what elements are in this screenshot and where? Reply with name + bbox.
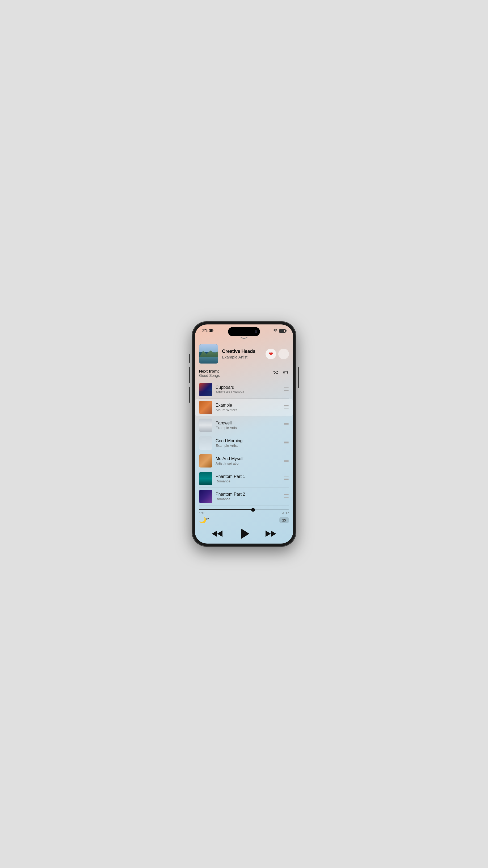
track-name: Good Morning: [216, 438, 281, 443]
track-art-farewell: [199, 418, 213, 432]
battery-icon: [279, 329, 286, 333]
track-art-example: [199, 401, 213, 414]
more-options-button[interactable]: ···: [278, 349, 289, 359]
track-artist: Artists As Example: [216, 390, 281, 394]
playback-controls: [199, 524, 289, 543]
playback-speed-button[interactable]: 1x: [279, 517, 289, 523]
track-art-phantom1: [199, 472, 213, 485]
svg-marker-24: [265, 530, 271, 537]
track-name: Cupboard: [216, 385, 281, 390]
track-artist: Artist Inspiration: [216, 461, 281, 465]
rewind-button[interactable]: [211, 529, 223, 538]
progress-times: 1:10 -1:17: [199, 512, 289, 515]
now-playing-artist: Example Artist: [222, 355, 262, 359]
track-item[interactable]: Me And Myself Artist Inspiration: [199, 452, 289, 470]
heart-icon: ❤: [269, 351, 273, 357]
bottom-toolbar: [199, 543, 289, 544]
track-art-goodmorning: [199, 436, 213, 450]
dynamic-island: [228, 327, 260, 336]
track-art-phantom2: [199, 490, 213, 503]
phone-screen: 21:09 ····: [195, 324, 293, 544]
svg-marker-21: [212, 530, 217, 537]
side-button-volume-up[interactable]: [189, 367, 190, 383]
next-from-playlist: Good Songs: [199, 373, 220, 378]
progress-bar[interactable]: [199, 509, 289, 510]
track-name: Me And Myself: [216, 456, 281, 461]
track-info: Phantom Part 2 Romance: [216, 492, 281, 501]
sleep-timer-button[interactable]: 🌙zz: [199, 517, 209, 524]
track-item-highlighted[interactable]: Example Album Writers: [195, 399, 293, 416]
signal-dots-icon: ····: [267, 330, 272, 332]
current-time: 1:10: [199, 512, 205, 515]
track-artist: Example Artist: [216, 443, 281, 447]
island-camera: [255, 330, 257, 333]
progress-section: 1:10 -1:17: [199, 505, 289, 516]
play-button[interactable]: [237, 527, 251, 540]
track-info: Example Album Writers: [216, 403, 281, 412]
drag-handle-icon[interactable]: [284, 387, 289, 392]
progress-thumb[interactable]: [251, 508, 255, 512]
main-content: Creative Heads Example Artist ❤ ··· Next…: [195, 342, 293, 544]
track-info: Cupboard Artists As Example: [216, 385, 281, 394]
track-item[interactable]: Good Morning Example Artist: [199, 434, 289, 452]
svg-marker-23: [241, 528, 249, 539]
drag-handle-icon[interactable]: [284, 423, 289, 428]
drag-handle-icon[interactable]: [284, 458, 289, 464]
track-info: Phantom Part 1 Romance: [216, 474, 281, 483]
now-playing-actions: ❤ ···: [265, 349, 289, 359]
shuffle-button[interactable]: [272, 370, 279, 376]
ellipsis-icon: ···: [282, 351, 285, 356]
progress-fill: [199, 509, 253, 510]
next-from-section: Next from: Good Songs: [199, 367, 289, 381]
middle-controls: 🌙zz 1x: [199, 516, 289, 524]
status-time: 21:09: [202, 328, 214, 334]
repeat-button[interactable]: [283, 370, 289, 376]
track-item[interactable]: Phantom Part 2 Romance: [199, 488, 289, 505]
moon-sleep-icon: 🌙zz: [199, 517, 209, 524]
svg-marker-25: [271, 530, 276, 537]
drag-handle-icon[interactable]: [284, 405, 289, 410]
wifi-icon: [273, 329, 278, 333]
side-button-power[interactable]: [298, 367, 299, 388]
track-item[interactable]: Phantom Part 1 Romance: [199, 470, 289, 488]
now-playing-info: Creative Heads Example Artist: [222, 349, 262, 359]
track-info: Me And Myself Artist Inspiration: [216, 456, 281, 465]
track-item[interactable]: Cupboard Artists As Example: [199, 381, 289, 399]
now-playing-album-art[interactable]: [199, 344, 218, 364]
now-playing-title: Creative Heads: [222, 349, 262, 354]
track-name: Phantom Part 2: [216, 492, 281, 497]
track-name: Farewell: [216, 421, 281, 426]
track-item[interactable]: Farewell Example Artist: [199, 416, 289, 434]
track-name: Example: [216, 403, 281, 408]
track-artist: Example Artist: [216, 426, 281, 430]
like-button[interactable]: ❤: [265, 349, 276, 359]
side-button-volume-down[interactable]: [189, 387, 190, 403]
queue-controls: [272, 370, 289, 376]
drag-handle-icon[interactable]: [284, 440, 289, 446]
phone-frame: 21:09 ····: [192, 322, 296, 546]
next-from-label: Next from:: [199, 369, 220, 373]
track-list: Cupboard Artists As Example Example Albu…: [199, 381, 289, 505]
drag-handle-icon[interactable]: [284, 476, 289, 481]
drag-handle-icon[interactable]: [284, 494, 289, 499]
forward-button[interactable]: [265, 529, 277, 538]
track-art-meandmyself: [199, 454, 213, 467]
track-art-cupboard: [199, 383, 213, 396]
svg-marker-22: [217, 530, 223, 537]
status-icons: ····: [267, 329, 286, 333]
next-from-info: Next from: Good Songs: [199, 369, 220, 378]
now-playing-section: Creative Heads Example Artist ❤ ···: [199, 342, 289, 367]
track-artist: Album Writers: [216, 408, 281, 412]
track-info: Farewell Example Artist: [216, 421, 281, 430]
side-button-silent[interactable]: [189, 354, 190, 363]
track-artist: Romance: [216, 479, 281, 483]
track-artist: Romance: [216, 497, 281, 501]
remaining-time: -1:17: [282, 512, 289, 515]
track-name: Phantom Part 1: [216, 474, 281, 479]
track-info: Good Morning Example Artist: [216, 438, 281, 447]
